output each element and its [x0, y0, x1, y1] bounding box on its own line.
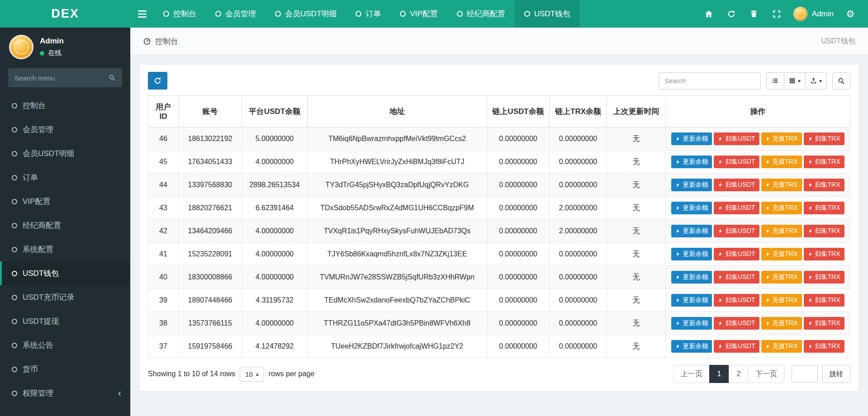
settings-button[interactable]: ⚙	[839, 0, 862, 28]
collect-usdt-button[interactable]: 归集USDT	[714, 156, 759, 168]
recharge-trx-button[interactable]: 充值TRX	[761, 317, 802, 330]
collect-trx-button[interactable]: 归集TRX	[804, 132, 844, 145]
circle-icon	[12, 151, 17, 156]
columns-button[interactable]: ▾	[784, 72, 806, 90]
page-title: USDT钱包	[821, 37, 855, 46]
update-balance-button[interactable]: 更新余额	[671, 202, 712, 214]
update-balance-button[interactable]: 更新余额	[671, 179, 712, 191]
recharge-trx-button[interactable]: 充值TRX	[761, 225, 802, 237]
collect-usdt-button[interactable]: 归集USDT	[714, 202, 759, 214]
columns-grid-icon	[789, 77, 796, 84]
update-balance-button[interactable]: 更新余额	[671, 225, 712, 237]
search-button[interactable]	[832, 72, 850, 90]
collect-usdt-button[interactable]: 归集USDT	[714, 340, 759, 353]
sidebar-item-7[interactable]: 系统配置	[0, 237, 130, 261]
jump-page-input[interactable]	[792, 365, 818, 383]
sidebar-item-5[interactable]: VIP配置	[0, 189, 130, 213]
sidebar-item-4[interactable]: 订单	[0, 165, 130, 189]
user-menu[interactable]: Admin	[788, 0, 839, 28]
refresh-table-button[interactable]	[148, 72, 167, 90]
sidebar-item-3[interactable]: 会员USDT明细	[0, 142, 130, 165]
collect-trx-button[interactable]: 归集TRX	[804, 340, 844, 353]
recharge-trx-button[interactable]: 充值TRX	[761, 202, 802, 214]
collect-trx-button[interactable]: 归集TRX	[804, 156, 844, 168]
collect-usdt-button[interactable]: 归集USDT	[714, 248, 759, 260]
pagination-page-1[interactable]: 1	[709, 365, 729, 383]
collect-trx-button[interactable]: 归集TRX	[804, 248, 844, 260]
sidebar-toggle-button[interactable]	[130, 0, 154, 28]
breadcrumb[interactable]: 控制台	[143, 36, 178, 47]
sidebar-item-11[interactable]: 系统公告	[0, 333, 130, 357]
update-balance-button[interactable]: 更新余额	[671, 271, 712, 284]
nav-item-1[interactable]: 控制台	[154, 0, 206, 28]
update-balance-button[interactable]: 更新余额	[671, 340, 712, 353]
collect-trx-button[interactable]: 归集TRX	[804, 294, 844, 307]
sidebar-item-13[interactable]: 权限管理‹	[0, 381, 130, 405]
collect-trx-button[interactable]: 归集TRX	[804, 271, 844, 284]
pagination: 上一页12下一页	[674, 365, 784, 383]
sidebar-item-12[interactable]: 货币	[0, 357, 130, 381]
sidebar-item-10[interactable]: USDT提现	[0, 309, 130, 333]
table-footer: Showing 1 to 10 of 14 rows 10 ▴ rows per…	[148, 365, 850, 383]
sidebar-item-8[interactable]: USDT钱包	[0, 261, 130, 285]
recharge-trx-button[interactable]: 充值TRX	[761, 179, 802, 191]
update-balance-button[interactable]: 更新余额	[671, 132, 712, 145]
collect-usdt-button[interactable]: 归集USDT	[714, 132, 759, 145]
nav-item-6[interactable]: 经纪商配置	[447, 0, 515, 28]
collect-trx-button[interactable]: 归集TRX	[804, 317, 844, 330]
bolt-icon	[765, 228, 770, 234]
export-button[interactable]: ▾	[805, 72, 827, 90]
collect-usdt-button[interactable]: 归集USDT	[714, 317, 759, 330]
sidebar-item-2[interactable]: 会员管理	[0, 118, 130, 142]
recharge-trx-button[interactable]: 充值TRX	[761, 271, 802, 284]
pagination-page-2[interactable]: 2	[729, 365, 749, 383]
cell-user-id: 44	[148, 174, 179, 197]
fullscreen-button[interactable]	[765, 0, 788, 28]
update-balance-button[interactable]: 更新余额	[671, 248, 712, 260]
nav-item-7[interactable]: USDT钱包	[515, 0, 580, 28]
page-size-dropdown[interactable]: 10 ▴	[240, 367, 264, 382]
trash-button[interactable]	[743, 0, 765, 28]
recharge-trx-button[interactable]: 充值TRX	[761, 132, 802, 145]
cell-user-id: 38	[148, 312, 179, 335]
cell-actions: 更新余额归集USDT充值TRX归集TRX	[666, 128, 850, 151]
action-label: 归集TRX	[815, 250, 840, 258]
collect-trx-button[interactable]: 归集TRX	[804, 179, 844, 191]
collect-trx-button[interactable]: 归集TRX	[804, 202, 844, 214]
collect-usdt-button[interactable]: 归集USDT	[714, 179, 759, 191]
recharge-trx-button[interactable]: 充值TRX	[761, 294, 802, 307]
nav-item-4[interactable]: 订单	[346, 0, 390, 28]
circle-icon	[275, 11, 281, 17]
fullscreen-icon	[773, 10, 781, 18]
recharge-trx-button[interactable]: 充值TRX	[761, 340, 802, 353]
update-balance-button[interactable]: 更新余额	[671, 294, 712, 307]
sidebar-search-button[interactable]	[104, 70, 119, 85]
table-search-input[interactable]	[659, 72, 761, 90]
jump-button[interactable]: 跳转	[822, 365, 850, 383]
recharge-trx-button[interactable]: 充值TRX	[761, 156, 802, 168]
collect-usdt-button[interactable]: 归集USDT	[714, 294, 759, 307]
collect-usdt-button[interactable]: 归集USDT	[714, 225, 759, 237]
home-button[interactable]	[697, 0, 720, 28]
refresh-button[interactable]	[720, 0, 743, 28]
cell-address: TUeeH2KZBDf7JirkfrwjofcajWHG1pz2Y2	[308, 335, 487, 358]
update-balance-button[interactable]: 更新余额	[671, 156, 712, 168]
sidebar-item-9[interactable]: USDT充币记录	[0, 285, 130, 309]
sidebar-search-input[interactable]	[14, 74, 104, 82]
nav-item-3[interactable]: 会员USDT明细	[266, 0, 346, 28]
sidebar-item-6[interactable]: 经纪商配置	[0, 213, 130, 237]
toggle-view-button[interactable]	[766, 72, 784, 90]
pagination-prev-button[interactable]: 上一页	[674, 365, 710, 383]
recharge-trx-button[interactable]: 充值TRX	[761, 248, 802, 260]
collect-trx-button[interactable]: 归集TRX	[804, 225, 844, 237]
action-label: 充值TRX	[773, 319, 798, 327]
brand-logo[interactable]: DEX	[0, 0, 130, 28]
circle-icon	[12, 295, 17, 300]
pagination-next-button[interactable]: 下一页	[748, 365, 784, 383]
collect-usdt-button[interactable]: 归集USDT	[714, 271, 759, 284]
circle-icon	[12, 127, 17, 132]
nav-item-2[interactable]: 会员管理	[206, 0, 266, 28]
update-balance-button[interactable]: 更新余额	[671, 317, 712, 330]
nav-item-5[interactable]: VIP配置	[390, 0, 447, 28]
sidebar-item-1[interactable]: 控制台	[0, 94, 130, 118]
